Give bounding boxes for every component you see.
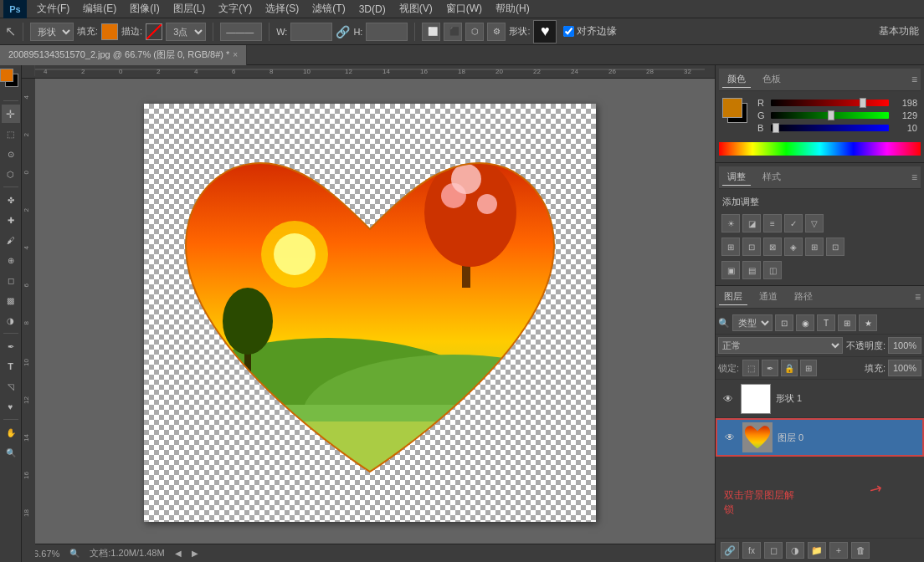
exposure-icon[interactable]: ▽ [805,214,824,232]
eyedropper-tool[interactable]: ✤ [2,191,20,209]
lock-pixels-btn[interactable]: ⬚ [742,360,759,376]
b-thumb[interactable] [773,123,779,133]
zoom-tool[interactable]: 🔍 [2,443,20,462]
curves-icon[interactable]: ✓ [784,214,803,232]
eraser-tool[interactable]: ◻ [2,271,20,289]
layer2-eye[interactable]: 👁 [722,430,737,445]
adjust-tab[interactable]: 调整 [722,169,751,186]
nav-right-icon[interactable]: ▶ [192,549,198,558]
layer-new-btn[interactable]: + [829,542,848,559]
canvas-content[interactable] [35,79,715,544]
layer-filter-btn4[interactable]: ⊞ [838,314,856,331]
lock-all-btn[interactable]: 🔒 [781,360,798,376]
menu-text[interactable]: 文字(Y) [212,0,259,18]
stroke-color-box[interactable] [146,23,162,40]
menu-file[interactable]: 文件(F) [30,0,76,18]
pen-tool[interactable]: ✒ [2,337,20,355]
posterize-icon[interactable]: ▤ [742,261,761,279]
menu-image[interactable]: 图像(I) [123,0,166,18]
layer-filter-btn1[interactable]: ⊡ [775,314,793,331]
color-swatches[interactable] [0,69,22,94]
color-tab[interactable]: 颜色 [722,71,751,88]
brush-tool[interactable]: 🖌 [2,231,20,249]
r-thumb[interactable] [860,98,866,108]
select-tool[interactable]: ⬚ [2,125,20,143]
layer-style-btn[interactable]: fx [742,542,761,559]
hand-tool[interactable]: ✋ [2,423,20,442]
layer-item-shape1[interactable]: 👁 ♥ 形状 1 [716,380,924,418]
transform-btn[interactable]: ⬡ [465,23,484,41]
invert-icon[interactable]: ◫ [763,261,782,279]
h-input[interactable] [366,23,408,41]
gradient-map-icon[interactable]: ⊞ [805,238,824,256]
blend-mode-select[interactable]: 正常 [718,337,843,354]
swatches-tab[interactable]: 色板 [757,71,786,88]
active-tab[interactable]: 200895134351570_2.jpg @ 66.7% (图层 0, RGB… [0,45,247,65]
fill-color-box[interactable] [101,23,118,40]
vibrance-icon[interactable]: ⊞ [721,238,740,256]
adjust-panel-options[interactable]: ≡ [911,171,917,183]
settings-btn[interactable]: ⚙ [487,23,506,41]
menu-filter[interactable]: 滤镜(T) [305,0,352,18]
layer-delete-btn[interactable]: 🗑 [851,542,870,559]
clone-tool[interactable]: ⊕ [2,251,20,269]
g-slider[interactable] [771,112,889,119]
layer-filter-btn2[interactable]: ◉ [796,314,814,331]
shape-type-select[interactable]: 形状 [30,23,74,41]
menu-edit[interactable]: 编辑(E) [76,0,123,18]
lock-position-btn[interactable]: ✒ [762,360,778,376]
selective-color-icon[interactable]: ⊡ [826,238,844,256]
layer-group-btn[interactable]: 📁 [808,542,826,559]
paths-tab[interactable]: 路径 [789,289,818,305]
layer-mask-btn[interactable]: ◻ [764,542,783,559]
opacity-input[interactable] [888,337,921,354]
levels-icon[interactable]: ≡ [763,214,782,232]
b-slider[interactable] [771,125,889,131]
layers-tab[interactable]: 图层 [719,289,747,305]
menu-layer[interactable]: 图层(L) [167,0,213,18]
align-left-btn[interactable]: ⬜ [422,23,440,41]
r-slider[interactable] [771,100,889,106]
fill-input[interactable] [888,360,921,376]
shape-tool[interactable]: ♥ [2,397,20,416]
dodge-tool[interactable]: ◑ [2,311,20,330]
style-tab[interactable]: 样式 [757,169,786,186]
photofilter-icon[interactable]: ◈ [784,238,803,256]
menu-3d[interactable]: 3D(D) [352,2,393,17]
layer-adjust-btn[interactable]: ◑ [786,542,804,559]
layer-filter-btn5[interactable]: ★ [859,314,877,331]
menu-select[interactable]: 选择(S) [259,0,305,18]
lasso-tool[interactable]: ⊙ [2,145,20,163]
channels-tab[interactable]: 通道 [754,289,783,305]
layers-panel-options[interactable]: ≡ [915,291,921,303]
tab-close-btn[interactable]: × [233,50,238,59]
align-center-btn[interactable]: ⬛ [444,23,462,41]
g-thumb[interactable] [828,110,834,120]
lock-artboard-btn[interactable]: ⊞ [800,360,817,376]
path-tool[interactable]: ◹ [2,377,20,396]
align-edges-checkbox[interactable] [563,26,574,37]
brightness-icon[interactable]: ☀ [721,214,740,232]
nav-left-icon[interactable]: ◀ [175,549,182,558]
move-tool[interactable]: ✛ [2,105,20,123]
menu-view[interactable]: 视图(V) [393,0,439,18]
w-input[interactable] [290,23,332,41]
heal-tool[interactable]: ✚ [2,211,20,229]
text-tool[interactable]: T [2,357,20,376]
layer-link-btn[interactable]: 🔗 [721,542,739,559]
stroke-size-select[interactable]: 3点 [166,23,206,41]
fg-bg-swatches[interactable] [722,98,752,128]
threshold-icon[interactable]: ▣ [721,261,740,279]
color-gradient-bar[interactable] [719,142,921,156]
colorbalance-icon[interactable]: ⊠ [763,238,782,256]
layer-filter-btn3[interactable]: T [817,314,835,331]
gradient-tool[interactable]: ▩ [2,291,20,309]
menu-window[interactable]: 窗口(W) [439,0,489,18]
color-panel-options[interactable]: ≡ [911,74,917,85]
layer1-eye[interactable]: 👁 [721,391,736,406]
contrast-icon[interactable]: ◪ [742,214,761,232]
layer-type-select[interactable]: 类型 [732,314,773,331]
basic-func-btn[interactable]: 基本功能 [879,24,919,38]
heart-shape-preview[interactable]: ♥ [533,20,557,43]
fg-swatch[interactable] [722,98,742,118]
